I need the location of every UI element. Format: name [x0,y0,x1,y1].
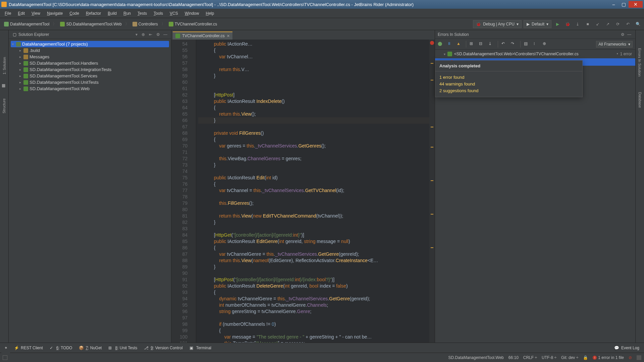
maximize-button[interactable]: ▢ [619,1,629,8]
error-marker[interactable] [430,41,434,45]
export-icon[interactable]: ⤓ [488,41,494,47]
warning-marker[interactable] [431,147,433,147]
line-ending[interactable]: CRLF ÷ [523,355,537,360]
analysis-errors-line[interactable]: 1 error found [439,74,578,81]
solution-root[interactable]: ▾ DataManagementTool (7 projects) [11,41,169,47]
debug-button[interactable]: 🐞 [564,20,572,28]
bottom-tab-unit[interactable]: ⊞8: Unit Tests [105,345,141,351]
event-log-button[interactable]: 💬 Event Log [611,345,643,351]
tree-item[interactable]: ▸SD.DataManagementTool.Services [11,73,169,79]
encoding[interactable]: UTF-8 ÷ [542,355,556,360]
menu-file[interactable]: File [1,10,14,17]
git-branch[interactable]: Git: dev ÷ [561,355,578,360]
autoscroll-icon[interactable]: ⊕ [543,41,549,47]
settings-button[interactable]: ⚙ [154,31,162,38]
group-icon[interactable]: ▤ [524,41,530,47]
menu-code[interactable]: Code [66,10,83,17]
stop-button[interactable]: ■ [584,20,592,28]
breadcrumb-item[interactable]: SD.DataManagementTool.Web [58,21,123,27]
menu-tools[interactable]: Tools [150,10,166,17]
structure-icon[interactable]: ▦ [2,83,7,88]
inspection-icon[interactable]: ⊘ [629,355,632,360]
menu-window[interactable]: Window [181,10,203,17]
breadcrumb-item[interactable]: Controllers [130,21,160,27]
menu-build[interactable]: Build [104,10,120,17]
search-button[interactable]: 🔍 [634,20,642,28]
menu-navigate[interactable]: Navigate [44,10,66,17]
fold-column[interactable] [190,40,196,343]
lock-icon[interactable]: 🔒 [583,355,588,360]
tree-item[interactable]: ▸Messages [11,54,169,60]
line-gutter[interactable]: 5455565758596061626364656667686970717273… [171,40,190,343]
vcs-history-button[interactable]: ⟳ [614,20,622,28]
breadcrumb-item[interactable]: DataManagementTool [2,21,51,27]
status-context[interactable]: SD.DataManagementTool.Web [448,355,504,360]
vcs-update-button[interactable]: ↙ [594,20,602,28]
menu-refactor[interactable]: Refactor [83,10,104,17]
analysis-warnings-line[interactable]: 44 warnings found [439,81,578,87]
tree-item[interactable]: ▸.build [11,47,169,54]
bottom-tab-vcs[interactable]: ⎇9: Version Control [141,345,186,351]
menu-vcs[interactable]: VCS [166,10,181,17]
menu-run[interactable]: Run [120,10,134,17]
close-button[interactable]: ✕ [629,1,643,8]
solution-tool-window-button[interactable]: 1: Solution [2,57,6,74]
explorer-title[interactable]: Solution Explorer [18,32,136,37]
menu-view[interactable]: View [28,10,44,17]
bottom-tab-rest[interactable]: ⚡REST Client [11,345,46,351]
warning-marker[interactable] [431,180,433,181]
explorer-scope[interactable]: ▢ [11,32,18,38]
warning-marker[interactable] [431,80,433,80]
marker-bar[interactable] [429,40,435,343]
chevron-down-icon[interactable]: ▾ [136,32,138,37]
bottom-tab-todo[interactable]: ✓6: TODO [46,345,76,351]
warning-marker[interactable] [431,63,433,64]
code-editor[interactable]: public IActionRe… { var tvChannel… retur… [196,40,429,343]
structure-tool-window-button[interactable]: Structure [2,99,6,114]
favorites-tool-window-button[interactable]: ★ [4,346,8,349]
warnings-filter-icon[interactable]: ▲ [457,41,463,47]
vcs-revert-button[interactable]: ↶ [624,20,632,28]
tree-item[interactable]: ▸SD.DataManagementTool.IntegrationTests [11,66,169,73]
error-file-path-row[interactable]: ▾ <SD.DataManagementTool.Web>\Controller… [435,50,635,58]
toggle-analysis-icon[interactable]: ⬤ [438,41,444,47]
next-error-icon[interactable]: ↷ [511,41,517,47]
bottom-tab-nuget[interactable]: 📦7: NuGet [75,345,105,351]
menu-edit[interactable]: Edit [14,10,28,17]
status-indicator-icon[interactable] [3,355,7,360]
framework-filter[interactable]: All Frameworks ▾ [596,41,633,48]
breadcrumb-item[interactable]: TVChannelController.cs [167,21,219,27]
run-button[interactable]: ▶ [553,20,561,28]
database-tool-window-button[interactable]: Database [638,92,642,108]
menu-help[interactable]: Help [202,10,217,17]
warning-marker[interactable] [431,214,433,215]
tree-item[interactable]: ▸SD.DataManagementTool.UnitTests [11,79,169,85]
attach-button[interactable]: ⤓ [574,20,582,28]
panel-hide-icon[interactable]: — [626,31,633,38]
editor-tab[interactable]: TVChannelController.cs ✕ [173,32,232,40]
filter-icon[interactable]: ⫶ [533,41,539,47]
errors-tool-window-button[interactable]: Errors In Solution [638,48,642,77]
warning-marker[interactable] [431,127,433,127]
warning-marker[interactable] [431,247,433,248]
memory-indicator[interactable] [637,355,641,360]
collapse-button[interactable]: ⇤ [147,31,154,38]
run-target-select[interactable]: ▶ Default ▾ [524,20,551,28]
sync-button[interactable]: ⊕ [140,31,147,38]
build-config-select[interactable]: 🐞 Debug | Any CPU ▾ [473,20,522,28]
panel-settings-icon[interactable]: ⚙ [619,31,626,38]
vcs-commit-button[interactable]: ↗ [604,20,612,28]
prev-error-icon[interactable]: ↶ [501,41,507,47]
expand-all-icon[interactable]: ⊞ [470,41,476,47]
caret-position[interactable]: 66:10 [508,355,519,360]
close-tab-icon[interactable]: ✕ [227,34,230,38]
error-summary[interactable]: !1 error in 1 file [593,355,624,360]
bottom-tab-term[interactable]: ▣Terminal [186,345,215,351]
collapse-all-icon[interactable]: ⊟ [479,41,485,47]
analysis-suggestions-line[interactable]: 2 suggestions found [439,87,578,94]
tree-item[interactable]: ▸SD.DataManagementTool.Handlers [11,60,169,66]
tree-item[interactable]: ▸SD.DataManagementTool.Web [11,85,169,92]
hide-button[interactable]: — [162,31,169,38]
pause-analysis-icon[interactable]: ⏸ [447,41,453,47]
minimize-button[interactable]: ‒ [608,1,619,8]
